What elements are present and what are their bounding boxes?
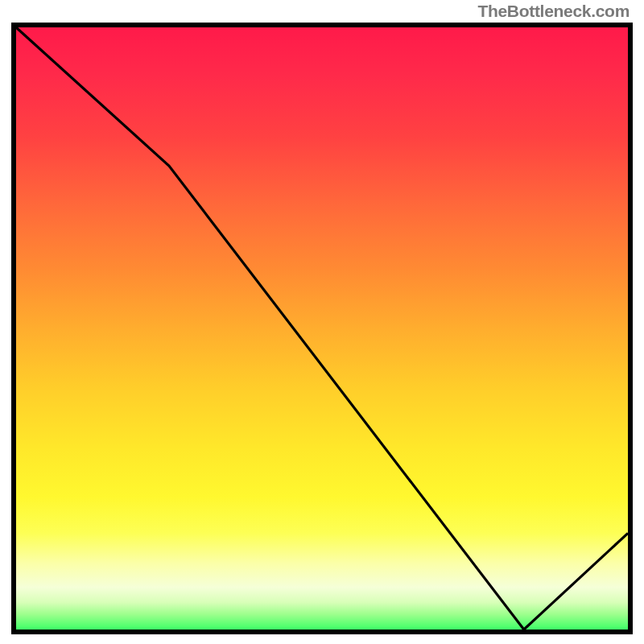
chart-container (11, 23, 633, 634)
attribution-text: TheBottleneck.com (477, 2, 630, 21)
chart-frame-border (11, 23, 633, 634)
